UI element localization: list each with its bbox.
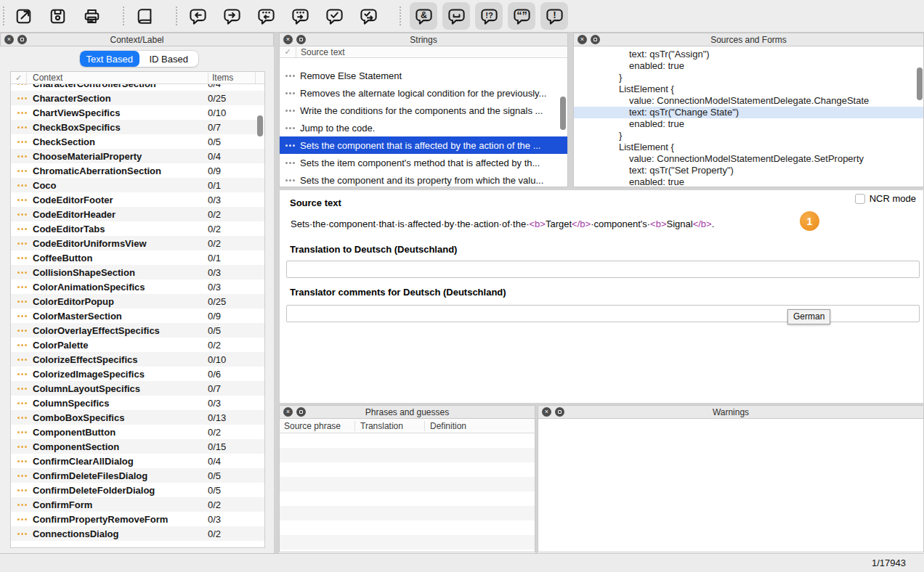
- table-row[interactable]: ColorizedImageSpecifics0/6: [11, 367, 264, 381]
- list-item[interactable]: Sets the component that is affected by t…: [280, 136, 567, 154]
- toggle-phrase-matches-button[interactable]: “”: [508, 2, 535, 30]
- float-icon[interactable]: [296, 407, 306, 417]
- strings-scrollbar[interactable]: [560, 97, 566, 130]
- phrasebook-button[interactable]: [133, 2, 157, 30]
- prev-unfinished-button[interactable]: [186, 2, 210, 30]
- table-row[interactable]: ConnectionsDialog0/2: [11, 526, 264, 541]
- list-item[interactable]: Write the conditions for the components …: [280, 102, 567, 119]
- toolbar-drag-handle[interactable]: [3, 7, 4, 25]
- tab-id-based[interactable]: ID Based: [139, 51, 199, 67]
- table-row[interactable]: ConfirmForm0/2: [11, 497, 264, 512]
- code-line: enabled: true: [574, 60, 923, 72]
- sources-panel-titlebar: × Sources and Forms: [573, 33, 924, 46]
- list-item[interactable]: [280, 58, 567, 67]
- svg-text:&: &: [421, 9, 427, 20]
- close-icon[interactable]: ×: [542, 407, 551, 417]
- table-row[interactable]: CheckBoxSpecifics0/7: [11, 120, 264, 134]
- table-row[interactable]: ComponentSection0/15: [11, 439, 264, 454]
- toggle-punctuation-button[interactable]: !?: [475, 2, 503, 30]
- source-phrase-column-header[interactable]: Source phrase: [280, 421, 354, 431]
- float-icon[interactable]: [591, 35, 600, 44]
- unfinished-icon: [17, 417, 27, 419]
- table-row[interactable]: ColorMasterSection0/9: [11, 309, 264, 323]
- unfinished-icon: [285, 179, 295, 181]
- table-row[interactable]: Coco0/1: [11, 178, 264, 192]
- source-text-label: Source text: [290, 197, 341, 208]
- list-item[interactable]: Jump to the code.: [280, 119, 567, 136]
- list-item[interactable]: Removes the alternate logical condition …: [280, 84, 567, 102]
- table-row[interactable]: ConfirmClearAllDialog0/4: [11, 454, 264, 468]
- table-row[interactable]: CoffeeButton0/1: [11, 250, 264, 265]
- close-icon[interactable]: ×: [4, 35, 14, 44]
- list-item[interactable]: Sets the item component's method that is…: [280, 154, 567, 171]
- panel-title: Context/Label: [1, 35, 273, 45]
- panel-title: Sources and Forms: [574, 35, 923, 45]
- translation-column-header[interactable]: Translation: [354, 421, 424, 431]
- table-row[interactable]: CodeEditorHeader0/2: [11, 207, 264, 221]
- table-row[interactable]: ConfirmDeleteFilesDialog0/5: [11, 468, 264, 483]
- table-row[interactable]: ColorEditorPopup0/25: [11, 294, 264, 309]
- table-row[interactable]: CharacterSection0/25: [11, 91, 264, 105]
- list-item[interactable]: Sets the component and its property from…: [280, 171, 567, 187]
- unfinished-icon: [17, 388, 27, 390]
- close-icon[interactable]: ×: [283, 35, 293, 44]
- table-row[interactable]: CheckSection0/5: [11, 134, 264, 149]
- table-row[interactable]: ColorizeEffectSpecifics0/10: [11, 352, 264, 367]
- close-icon[interactable]: ×: [283, 407, 293, 417]
- toggle-accelerators-button[interactable]: &: [410, 2, 437, 30]
- next-unfinished-button[interactable]: [220, 2, 244, 30]
- source-text-column-header[interactable]: Source text: [296, 47, 345, 57]
- unfinished-icon: [17, 286, 27, 288]
- items-column-header[interactable]: Items: [208, 73, 255, 83]
- table-row[interactable]: ChartViewSpecifics0/10: [11, 105, 264, 120]
- toggle-whitespace-button[interactable]: [442, 2, 470, 30]
- ncr-mode-label: NCR mode: [870, 193, 916, 204]
- table-row[interactable]: ColumnLayoutSpecifics0/7: [11, 381, 264, 396]
- unfinished-icon: [17, 315, 27, 317]
- source-code-view[interactable]: text: qsTr("Assign")enabled: true}ListEl…: [573, 46, 924, 187]
- source-text-fragment: .: [712, 218, 715, 229]
- close-icon[interactable]: ×: [578, 35, 587, 44]
- table-row[interactable]: CharacterControllerSection0/4: [11, 84, 264, 91]
- print-button[interactable]: [80, 2, 104, 30]
- open-button[interactable]: [12, 2, 36, 30]
- float-icon[interactable]: [296, 35, 306, 44]
- code-line: ListElement {: [574, 142, 923, 153]
- definition-column-header[interactable]: Definition: [424, 421, 535, 431]
- table-row[interactable]: ConfirmPropertyRemoveForm0/3: [11, 512, 264, 526]
- table-row[interactable]: CodeEditorUniformsView0/2: [11, 236, 264, 250]
- prev-icon: [256, 7, 276, 26]
- table-row[interactable]: ChromaticAberrationSection0/9: [11, 163, 264, 178]
- table-row[interactable]: ColorPalette0/2: [11, 338, 264, 352]
- unfinished-icon: [17, 373, 27, 375]
- table-row[interactable]: ComboBoxSpecifics0/13: [11, 410, 264, 425]
- table-row[interactable]: ColorAnimationSpecifics0/3: [11, 279, 264, 294]
- context-panel: × Context/Label Text Based ID Based ✓ Co…: [0, 33, 274, 553]
- unfinished-icon: [17, 431, 27, 433]
- strings-list: Remove Else Statement Removes the altern…: [279, 58, 568, 187]
- float-icon[interactable]: [555, 407, 564, 417]
- table-row[interactable]: ColorOverlayEffectSpecifics0/5: [11, 323, 264, 338]
- next-button[interactable]: [288, 2, 312, 30]
- save-button[interactable]: [46, 2, 70, 30]
- toggle-place-markers-button[interactable]: !: [540, 2, 568, 30]
- ncr-mode-checkbox[interactable]: [855, 194, 865, 204]
- context-scrollbar[interactable]: [257, 115, 263, 136]
- table-row[interactable]: CodeEditorTabs0/2: [11, 221, 264, 236]
- translation-input[interactable]: [286, 261, 920, 278]
- table-row[interactable]: CollisionShapeSection0/3: [11, 265, 264, 279]
- list-item[interactable]: Remove Else Statement: [280, 67, 567, 84]
- prev-button[interactable]: [254, 2, 278, 30]
- sources-scrollbar[interactable]: [917, 68, 923, 100]
- context-column-header[interactable]: Context: [26, 73, 208, 83]
- done-save-and-next-button[interactable]: [357, 2, 381, 30]
- table-row[interactable]: ConfirmDeleteFolderDialog0/5: [11, 483, 264, 497]
- done-and-next-button[interactable]: [323, 2, 346, 30]
- float-icon[interactable]: [17, 35, 27, 44]
- table-row[interactable]: ChooseMaterialProperty0/4: [11, 149, 264, 163]
- table-row[interactable]: ColumnSpecifics0/3: [11, 396, 264, 410]
- tab-text-based[interactable]: Text Based: [80, 51, 139, 67]
- table-row[interactable]: CodeEditorFooter0/3: [11, 192, 264, 207]
- code-line: enabled: true: [574, 176, 923, 187]
- table-row[interactable]: ComponentButton0/2: [11, 425, 264, 439]
